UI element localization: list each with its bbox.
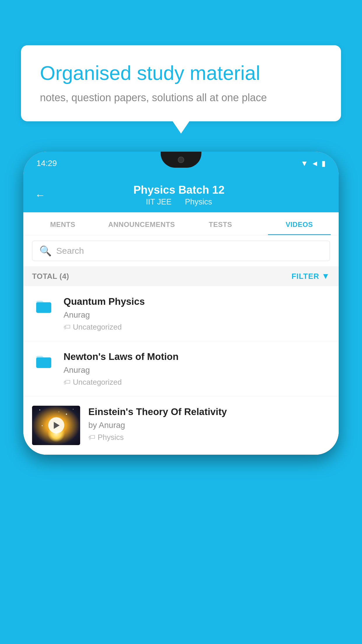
video-info-2: Newton's Laws of Motion Anurag 🏷 Uncateg…	[64, 351, 330, 387]
batch-category: IIT JEE	[146, 197, 171, 206]
signal-icon: ◄	[311, 159, 319, 168]
video-author-2: Anurag	[64, 365, 330, 375]
search-icon: 🔍	[39, 245, 52, 257]
video-tag-3: 🏷 Physics	[88, 433, 330, 442]
folder-icon-1	[35, 298, 53, 319]
tab-ments[interactable]: MENTS	[23, 212, 102, 235]
total-count-label: TOTAL (4)	[32, 272, 69, 281]
header-title-block: Physics Batch 12 IIT JEE Physics	[54, 184, 304, 206]
tag-icon-2: 🏷	[64, 378, 71, 386]
folder-icon-2	[35, 353, 53, 374]
batch-title: Physics Batch 12	[54, 184, 304, 196]
video-tag-1: 🏷 Uncategorized	[64, 323, 330, 332]
back-button[interactable]: ←	[35, 189, 45, 201]
video-item-1[interactable]: Quantum Physics Anurag 🏷 Uncategorized	[23, 286, 339, 341]
status-bar: 14:29 ▼ ◄ ▮	[23, 152, 339, 175]
video-author-3: by Anurag	[88, 421, 330, 430]
battery-icon: ▮	[321, 159, 326, 168]
filter-label: FILTER	[291, 272, 319, 281]
video-title-1: Quantum Physics	[64, 295, 330, 308]
play-triangle-icon	[54, 422, 60, 429]
video-item-3[interactable]: Einstein's Theory Of Relativity by Anura…	[23, 396, 339, 455]
tag-icon-3: 🏷	[88, 433, 95, 441]
tabs-bar: MENTS ANNOUNCEMENTS TESTS VIDEOS	[23, 212, 339, 235]
app-header: ← Physics Batch 12 IIT JEE Physics	[23, 175, 339, 212]
tab-videos[interactable]: VIDEOS	[260, 212, 339, 235]
play-button[interactable]	[48, 417, 64, 433]
video-info-3: Einstein's Theory Of Relativity by Anura…	[88, 406, 330, 442]
folder-icon-wrap-2	[32, 351, 55, 374]
batch-subtitle: IIT JEE Physics	[54, 197, 304, 206]
tab-announcements[interactable]: ANNOUNCEMENTS	[102, 212, 181, 235]
video-info-1: Quantum Physics Anurag 🏷 Uncategorized	[64, 295, 330, 332]
video-author-1: Anurag	[64, 310, 330, 320]
batch-subject: Physics	[185, 197, 212, 206]
status-time: 14:29	[36, 159, 57, 168]
wifi-icon: ▼	[301, 159, 308, 168]
video-title-2: Newton's Laws of Motion	[64, 351, 330, 363]
video-title-3: Einstein's Theory Of Relativity	[88, 406, 330, 418]
filter-funnel-icon: ▼	[321, 272, 330, 281]
tag-label-2: Uncategorized	[73, 378, 122, 387]
search-container: 🔍 Search	[23, 235, 339, 266]
status-icons: ▼ ◄ ▮	[301, 159, 326, 168]
tag-icon-1: 🏷	[64, 323, 71, 331]
video-item-2[interactable]: Newton's Laws of Motion Anurag 🏷 Uncateg…	[23, 341, 339, 396]
tag-label-3: Physics	[98, 433, 124, 442]
video-list: Quantum Physics Anurag 🏷 Uncategorized	[23, 286, 339, 455]
phone-notch	[161, 152, 201, 168]
video-tag-2: 🏷 Uncategorized	[64, 378, 330, 387]
speech-bubble: Organised study material notes, question…	[21, 45, 341, 121]
tag-label-1: Uncategorized	[73, 323, 122, 332]
einstein-thumbnail	[32, 406, 80, 445]
search-bar[interactable]: 🔍 Search	[32, 241, 330, 261]
phone-screen: 14:29 ▼ ◄ ▮ ← Physics Batch 12 IIT JEE	[23, 152, 339, 455]
speech-bubble-wrapper: Organised study material notes, question…	[21, 45, 341, 121]
phone-wrapper: 14:29 ▼ ◄ ▮ ← Physics Batch 12 IIT JEE	[23, 152, 339, 455]
phone-device: 14:29 ▼ ◄ ▮ ← Physics Batch 12 IIT JEE	[23, 152, 339, 455]
folder-icon-wrap-1	[32, 295, 55, 319]
front-camera	[178, 157, 184, 163]
speech-bubble-title: Organised study material	[40, 61, 322, 85]
speech-bubble-subtitle: notes, question papers, solutions all at…	[40, 92, 322, 104]
search-placeholder: Search	[56, 246, 84, 256]
tab-tests[interactable]: TESTS	[181, 212, 260, 235]
filter-button[interactable]: FILTER ▼	[291, 272, 330, 281]
filter-row: TOTAL (4) FILTER ▼	[23, 266, 339, 286]
